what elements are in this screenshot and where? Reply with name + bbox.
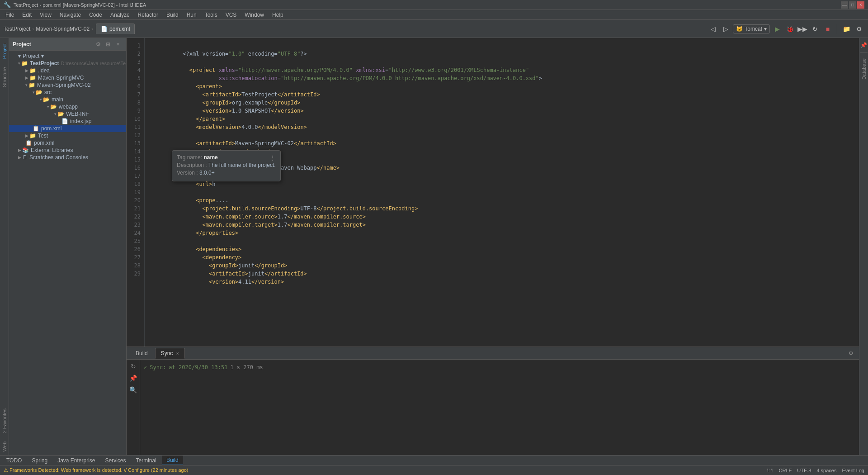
- sidebar-item-test[interactable]: ▶ 📁 Test: [9, 132, 126, 139]
- build-search-button[interactable]: 🔍: [128, 385, 138, 395]
- menu-help[interactable]: Help: [269, 11, 287, 19]
- sidebar-item-main[interactable]: ▾ 📂 main: [9, 96, 126, 103]
- menu-file[interactable]: File: [2, 11, 18, 19]
- favorites-tab[interactable]: 2 Favorites: [0, 405, 9, 437]
- run-config[interactable]: 🐱 Tomcat ▾: [733, 24, 770, 33]
- stop-button[interactable]: ■: [822, 24, 833, 34]
- code-line-5[interactable]: <parent>: [150, 74, 859, 82]
- menu-navigate[interactable]: Navigate: [56, 11, 85, 19]
- code-line-10[interactable]: <modelVersion>4.0.0</modelVersion>: [150, 115, 859, 123]
- code-line-20[interactable]: <project.build.sourceEncoding>UTF-8</pro…: [150, 196, 859, 204]
- maximize-button[interactable]: □: [849, 1, 856, 9]
- code-editor[interactable]: ⋮ Tag name: name Description : The full …: [145, 38, 859, 347]
- debug-button[interactable]: 🐞: [784, 24, 795, 34]
- sidebar-item-webapp[interactable]: ▾ 📂 webapp: [9, 103, 126, 110]
- code-line-7[interactable]: <groupId>org.example</groupId>: [150, 90, 859, 99]
- right-pin-icon[interactable]: 📌: [859, 40, 868, 51]
- code-line-12[interactable]: <artifactId>Maven-SpringMVC-02</artifact…: [150, 131, 859, 139]
- file-tab[interactable]: 📄 pom.xml: [96, 24, 135, 34]
- layout-icon[interactable]: ⊞: [104, 40, 113, 49]
- tooltip-menu-button[interactable]: ⋮: [269, 154, 276, 162]
- sync-tab-close[interactable]: ×: [176, 351, 179, 356]
- tree-label-test: Test: [38, 133, 48, 139]
- sidebar-item-web-inf[interactable]: ▾ 📂 WEB-INF: [9, 110, 126, 118]
- web-tab[interactable]: Web: [0, 438, 9, 455]
- structure-tab[interactable]: Structure: [0, 63, 9, 91]
- coverage-button[interactable]: ▶▶: [797, 24, 808, 34]
- build-tab[interactable]: Build: [130, 348, 153, 358]
- close-button[interactable]: ×: [857, 1, 864, 9]
- spring-tab[interactable]: Spring: [27, 456, 52, 465]
- sidebar-item-maven-springmvc[interactable]: ▶ 📁 Maven-SpringMVC: [9, 74, 126, 81]
- indent[interactable]: 4 spaces: [816, 468, 836, 473]
- code-line-23[interactable]: </properties>: [150, 221, 859, 229]
- menu-run[interactable]: Run: [183, 11, 200, 19]
- code-line-2[interactable]: [150, 50, 859, 58]
- project-tab[interactable]: Project: [0, 40, 9, 62]
- sidebar-item-index-jsp[interactable]: 📄 index.jsp: [9, 118, 126, 125]
- build-bottom-tab[interactable]: Build: [162, 456, 183, 466]
- sidebar-item-idea[interactable]: ▶ 📁 .idea: [9, 67, 126, 74]
- menu-code[interactable]: Code: [85, 11, 106, 19]
- breadcrumb-testproject[interactable]: TestProject: [4, 26, 30, 32]
- code-line-19[interactable]: <prope....: [150, 188, 859, 196]
- menu-view[interactable]: View: [36, 11, 55, 19]
- settings-button[interactable]: ⚙: [854, 24, 864, 34]
- code-line-27[interactable]: <groupId>junit</groupId>: [150, 253, 859, 261]
- build-pin-button[interactable]: 📌: [128, 373, 138, 383]
- code-line-1[interactable]: <?xml version="1.0" encoding="UTF-8"?>: [150, 42, 859, 50]
- build-run-button[interactable]: ↻: [128, 361, 138, 371]
- menu-vcs[interactable]: VCS: [222, 11, 241, 19]
- line-col[interactable]: 1:1: [766, 468, 773, 473]
- code-line-3[interactable]: <project xmlns="http://maven.apache.org/…: [150, 58, 859, 66]
- code-line-13[interactable]: <packaging>war</packaging>: [150, 139, 859, 147]
- code-line-24[interactable]: [150, 229, 859, 237]
- sidebar-item-testproject[interactable]: ▾ 📁 TestProject D:\resource\Java resourc…: [9, 60, 126, 67]
- reload-button[interactable]: ↻: [810, 24, 821, 34]
- services-tab[interactable]: Services: [101, 456, 131, 465]
- close-panel-icon[interactable]: ×: [113, 40, 123, 49]
- code-line-4[interactable]: xsi:schemaLocation="http://maven.apache.…: [150, 66, 859, 74]
- run-button[interactable]: ▶: [772, 24, 783, 34]
- code-line-26[interactable]: <dependency>: [150, 245, 859, 253]
- sync-tab[interactable]: Sync ×: [155, 348, 185, 359]
- code-line-9[interactable]: </parent>: [150, 107, 859, 115]
- sync-duration: 1 s 270 ms: [230, 364, 263, 370]
- breadcrumb-module[interactable]: Maven-SpringMVC-02: [36, 26, 90, 32]
- code-line-11[interactable]: [150, 123, 859, 131]
- menu-window[interactable]: Window: [241, 11, 268, 19]
- gear-icon[interactable]: ⚙: [94, 40, 103, 49]
- terminal-tab[interactable]: Terminal: [132, 456, 161, 465]
- minimize-button[interactable]: —: [841, 1, 848, 9]
- code-line-22[interactable]: <maven.compiler.target>1.7</maven.compil…: [150, 213, 859, 221]
- encoding[interactable]: UTF-8: [797, 468, 811, 473]
- code-line-8[interactable]: <version>1.0-SNAPSHOT</version>: [150, 99, 859, 107]
- menu-tools[interactable]: Tools: [201, 11, 221, 19]
- sidebar-item-pom-outer[interactable]: 📋 pom.xml: [9, 139, 126, 147]
- menu-refactor[interactable]: Refactor: [134, 11, 162, 19]
- bottom-gear-icon[interactable]: ⚙: [846, 349, 855, 358]
- sidebar-item-scratches[interactable]: ▶ 🗒 Scratches and Consoles: [9, 154, 126, 161]
- line-ending[interactable]: CRLF: [779, 468, 792, 473]
- code-line-28[interactable]: <artifactId>junit</artifactId>: [150, 261, 859, 270]
- menu-analyze[interactable]: Analyze: [107, 11, 133, 19]
- sidebar-item-maven-02[interactable]: ▾ 📁 Maven-SpringMVC-02: [9, 81, 126, 89]
- menu-edit[interactable]: Edit: [19, 11, 35, 19]
- back-button[interactable]: ◁: [708, 24, 718, 34]
- sidebar-item-src[interactable]: ▾ 📂 src: [9, 89, 126, 96]
- code-line-21[interactable]: <maven.compiler.source>1.7</maven.compil…: [150, 204, 859, 213]
- event-log[interactable]: Event Log: [842, 468, 864, 473]
- sidebar-item-external-libs[interactable]: ▶ 📚 External Libraries: [9, 147, 126, 154]
- forward-button[interactable]: ▷: [720, 24, 731, 34]
- sidebar-item-pom-xml[interactable]: 📋 pom.xml: [9, 125, 126, 132]
- code-line-25[interactable]: <dependencies>: [150, 237, 859, 245]
- database-tab[interactable]: Database: [860, 55, 868, 83]
- menu-build[interactable]: Build: [163, 11, 182, 19]
- java-enterprise-tab[interactable]: Java Enterprise: [53, 456, 99, 465]
- code-line-29[interactable]: <version>4.11</version>: [150, 270, 859, 278]
- folder-button[interactable]: 📁: [841, 24, 852, 34]
- todo-tab[interactable]: TODO: [2, 456, 26, 465]
- sidebar-item-project[interactable]: ▾ Project ▾: [9, 52, 126, 60]
- framework-warning[interactable]: ⚠ Frameworks Detected: Web framework is …: [4, 467, 188, 473]
- code-line-6[interactable]: <artifactId>TestProject</artifactId>: [150, 82, 859, 90]
